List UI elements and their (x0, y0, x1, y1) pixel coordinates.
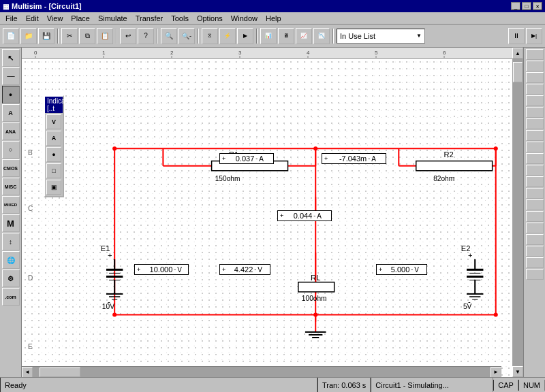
rtool-2[interactable] (526, 61, 544, 71)
hscroll: ◄ ► (22, 366, 501, 377)
zoom-in-button[interactable]: 🔍 (161, 28, 177, 44)
status-ready-text: Ready (5, 381, 27, 389)
cut-button[interactable]: ✂ (61, 28, 78, 44)
rtool-14[interactable] (526, 199, 544, 210)
ammeter-btn[interactable]: A (46, 131, 61, 146)
hscroll-thumb[interactable] (40, 368, 80, 377)
buzzer-btn[interactable]: ▣ (46, 180, 61, 195)
minimize-button[interactable]: _ (511, 2, 520, 10)
rtool-9[interactable] (526, 142, 544, 152)
rtool-3[interactable] (526, 72, 544, 83)
indicators-close-btn[interactable]: × (76, 101, 80, 109)
text-tool-btn[interactable]: A (2, 104, 20, 122)
misc-tool-btn[interactable]: MISC (2, 178, 20, 195)
graph-button[interactable]: 📊 (260, 28, 277, 44)
analysis-button[interactable]: 📈 (296, 28, 312, 44)
menu-help[interactable]: Help (262, 13, 285, 24)
vscroll-up-btn[interactable]: ▲ (512, 48, 523, 59)
svg-text:E2: E2 (461, 244, 471, 252)
undo-button[interactable]: ↩ (120, 28, 136, 44)
display-button[interactable]: 🖥 (278, 28, 294, 44)
vscroll-track[interactable] (512, 59, 523, 366)
voltmeter-1-value: 10.000 (142, 265, 172, 274)
ammeter-2-display: + -7.043m - A (322, 153, 386, 164)
meas-minus-3: - (313, 212, 315, 219)
voltmeter-3-unit: V (414, 266, 419, 274)
paste-button[interactable]: 📋 (97, 28, 113, 44)
rtool-19[interactable] (526, 257, 544, 268)
vscroll-thumb[interactable] (513, 62, 523, 82)
menu-window[interactable]: Window (227, 13, 262, 24)
copy-button[interactable]: ⧉ (79, 28, 95, 44)
rtool-1[interactable] (526, 49, 544, 60)
ammeter-3-value: 0.044 (285, 212, 312, 220)
rtool-13[interactable] (526, 188, 544, 199)
menu-view[interactable]: View (43, 13, 67, 24)
rtool-10[interactable] (526, 153, 544, 164)
canvas-content[interactable]: + - + - R1 150ohm R2 82ohm RL (22, 59, 512, 377)
pause-button[interactable]: ⏸ (508, 28, 525, 44)
save-button[interactable]: 💾 (38, 28, 54, 44)
hscroll-track[interactable] (33, 367, 490, 378)
rtool-17[interactable] (526, 234, 544, 245)
rtool-11[interactable] (526, 165, 544, 176)
rtool-20[interactable] (526, 269, 544, 280)
simulate-button[interactable]: ▶ (237, 28, 253, 44)
rtool-8[interactable] (526, 130, 544, 141)
hscroll-right-btn[interactable]: ► (490, 367, 501, 378)
globe-tool-btn[interactable]: 🌐 (2, 251, 20, 269)
open-button[interactable]: 📁 (20, 28, 37, 44)
menu-edit[interactable]: Edit (22, 13, 43, 24)
menu-options[interactable]: Options (193, 13, 227, 24)
voltmeter-btn[interactable]: V (46, 114, 61, 129)
rtool-6[interactable] (526, 107, 544, 118)
rtool-4[interactable] (526, 84, 544, 95)
virtual-tool-btn[interactable]: ○ (2, 141, 20, 159)
close-button[interactable]: × (533, 2, 542, 10)
new-button[interactable]: 📄 (3, 28, 19, 44)
bus-tool-btn[interactable]: ↕ (2, 233, 20, 250)
svg-text:B: B (28, 149, 33, 157)
rtool-5[interactable] (526, 95, 544, 106)
probe-btn[interactable]: ● (46, 147, 61, 162)
analog-tool-btn[interactable]: ANA (2, 122, 20, 140)
inuse-combo[interactable]: In Use List ▼ (337, 29, 425, 44)
menu-transfer[interactable]: Transfer (131, 13, 168, 24)
voltmeter-2-unit: V (258, 266, 262, 274)
gear-tool-btn[interactable]: ⚙ (2, 270, 20, 287)
lamp-btn[interactable]: □ (46, 163, 61, 178)
vscroll-down-btn[interactable]: ▼ (512, 366, 523, 377)
hscroll-left-btn[interactable]: ◄ (22, 367, 33, 378)
restore-button[interactable]: □ (522, 2, 531, 10)
wire-button[interactable]: ⚡ (219, 28, 236, 44)
mixed-tool-btn[interactable]: MIXED (2, 196, 20, 214)
rtool-16[interactable] (526, 223, 544, 233)
combo-arrow-icon: ▼ (416, 33, 422, 39)
rtool-7[interactable] (526, 118, 544, 129)
zoom-out-button[interactable]: 🔍- (178, 28, 195, 44)
results-button[interactable]: 📉 (313, 28, 330, 44)
titlebar: ▦ Multisim - [Circuit1] _ □ × (0, 0, 545, 12)
menu-file[interactable]: File (1, 13, 22, 24)
component-button[interactable]: ⧖ (202, 28, 218, 44)
step-button[interactable]: ▶| (526, 28, 542, 44)
meter-tool-btn[interactable]: M (2, 214, 20, 232)
select-tool-btn[interactable]: ↖ (2, 49, 20, 67)
rtool-12[interactable] (526, 176, 544, 187)
svg-rect-0 (22, 48, 512, 59)
wire-tool-btn[interactable]: ~~~ (2, 67, 20, 85)
dotcom-tool-btn[interactable]: .com (2, 288, 20, 306)
menu-tools[interactable]: Tools (167, 13, 193, 24)
help-button[interactable]: ? (138, 28, 154, 44)
menu-simulate[interactable]: Simulate (94, 13, 131, 24)
rtool-18[interactable] (526, 246, 544, 257)
svg-text:D: D (28, 274, 33, 282)
probe-tool-btn[interactable]: ● (2, 86, 20, 103)
canvas-area[interactable]: 0 1 2 3 4 5 6 Indicators [..t × V (22, 48, 512, 377)
cmos-tool-btn[interactable]: CMOS (2, 159, 20, 177)
rtool-15[interactable] (526, 211, 544, 222)
toolbar-sep-2 (116, 29, 117, 44)
svg-text:4: 4 (307, 50, 310, 56)
meas-plus-1: + (222, 155, 225, 162)
menu-place[interactable]: Place (67, 13, 94, 24)
